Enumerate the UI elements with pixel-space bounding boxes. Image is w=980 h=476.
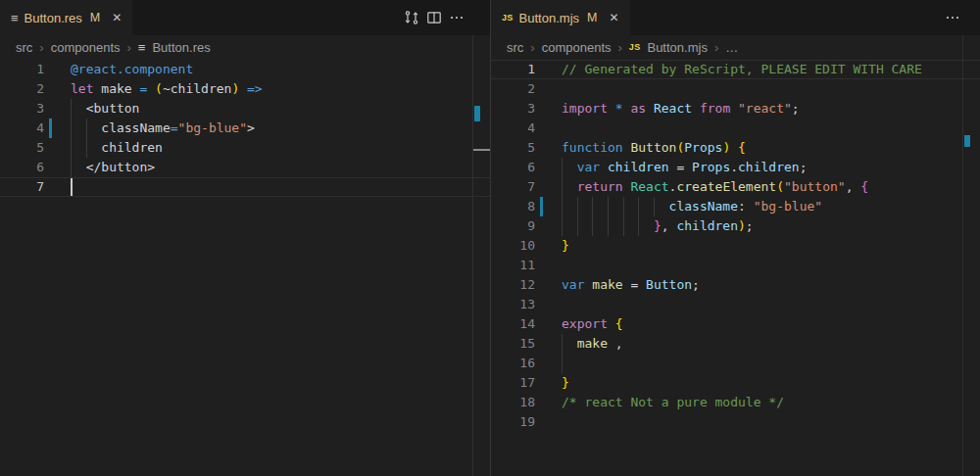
editor-actions (404, 0, 490, 35)
js-file-icon: JS (502, 14, 514, 23)
line-number: 16 (491, 354, 535, 373)
line-number: 17 (491, 373, 535, 393)
indent-guide (623, 216, 624, 236)
code-line[interactable]: 3import * as React from "react"; (491, 99, 980, 119)
indent-guide (623, 197, 624, 216)
code-line[interactable]: 19 (491, 412, 980, 432)
code-line[interactable]: 13 (491, 295, 980, 314)
code-line[interactable]: 5 children (0, 138, 490, 158)
code-line[interactable]: 6 var children = Props.children; (491, 158, 980, 177)
line-number: 5 (0, 138, 44, 158)
indent-guide (562, 354, 563, 373)
line-number: 2 (0, 79, 44, 99)
indent-guide (592, 197, 593, 216)
breadcrumb-item-src[interactable]: src (507, 40, 523, 55)
code-line[interactable]: 5function Button(Props) { (491, 138, 980, 158)
breadcrumb-item-symbol[interactable]: … (725, 40, 738, 55)
line-number: 8 (491, 197, 535, 216)
code-line-content: } (562, 236, 980, 256)
code-line[interactable]: 3 <button (0, 99, 490, 119)
code-line[interactable]: 12var make = Button; (491, 275, 980, 295)
breadcrumb-left: src › components › ≡ Button.res (0, 35, 490, 60)
more-actions-icon[interactable] (449, 10, 465, 25)
line-number: 6 (0, 158, 44, 177)
code-line[interactable]: 10} (491, 236, 980, 256)
code-line[interactable]: 2let make = (~children) => (0, 79, 490, 99)
modified-badge: M (587, 11, 597, 24)
code-line-content (562, 412, 980, 432)
indent-guide (608, 216, 609, 236)
compare-changes-icon[interactable] (404, 10, 419, 25)
ruler-modified-marker (964, 135, 970, 147)
code-token: = (669, 160, 692, 174)
code-line-content: children (71, 138, 490, 158)
code-editor-right[interactable]: 1// Generated by ReScript, PLEASE EDIT W… (491, 60, 980, 476)
breadcrumb-item-file[interactable]: Button.mjs (647, 40, 707, 55)
code-line[interactable]: 1// Generated by ReScript, PLEASE EDIT W… (491, 60, 980, 79)
indent-guide (608, 197, 609, 216)
code-token: } (654, 218, 662, 233)
editor-pane-left: ≡ Button.res M ✕ (0, 0, 490, 476)
code-token: , (846, 179, 861, 194)
more-actions-icon[interactable] (945, 10, 960, 25)
breadcrumb-item-src[interactable]: src (16, 40, 32, 55)
code-line[interactable]: 9 }, children); (491, 216, 980, 236)
code-token: : (738, 199, 754, 214)
code-line[interactable]: 4 className="bg-blue"> (0, 119, 490, 138)
code-line[interactable]: 11 (491, 256, 980, 275)
overview-ruler-right[interactable] (962, 35, 980, 476)
tab-button-mjs[interactable]: JS Button.mjs M ✕ (491, 0, 630, 35)
code-token: as (630, 101, 653, 116)
chevron-right-icon: › (714, 40, 718, 55)
code-token: make (592, 277, 622, 292)
code-line-content (562, 79, 980, 99)
code-line[interactable]: 18/* react Not a pure module */ (491, 393, 980, 412)
code-line-content: <button (71, 99, 490, 119)
line-number: 5 (491, 138, 535, 158)
line-number: 9 (491, 216, 535, 236)
line-number: 4 (0, 119, 44, 138)
code-line[interactable]: 7 return React.createElement("button", { (491, 177, 980, 197)
code-token (562, 160, 577, 174)
indent-guide (71, 158, 72, 177)
code-token: Button (646, 277, 692, 292)
code-line-content: // Generated by ReScript, PLEASE EDIT WI… (562, 60, 980, 79)
overview-ruler-left[interactable] (472, 35, 490, 476)
code-line[interactable]: 16 (491, 354, 980, 373)
code-token: } (562, 375, 569, 390)
close-icon[interactable]: ✕ (112, 12, 122, 24)
line-number: 6 (491, 158, 535, 177)
code-editor-left[interactable]: 1@react.component2let make = (~children)… (0, 60, 490, 476)
close-icon[interactable]: ✕ (609, 12, 618, 24)
code-token: Props (692, 160, 730, 174)
code-line[interactable]: 14export { (491, 314, 980, 334)
code-token: let (71, 81, 93, 96)
code-line[interactable]: 2 (491, 79, 980, 99)
code-line[interactable]: 4 (491, 119, 980, 138)
code-line[interactable]: 8 className: "bg-blue" (491, 197, 980, 216)
code-line-content: import * as React from "react"; (562, 99, 980, 119)
indent-guide (577, 216, 578, 236)
split-editor-icon[interactable] (426, 10, 442, 25)
line-number: 2 (491, 79, 535, 99)
code-token: children (676, 218, 738, 233)
code-token (239, 81, 247, 96)
breadcrumb-item-file[interactable]: Button.res (152, 40, 210, 55)
code-line[interactable]: 6 </button> (0, 158, 490, 177)
code-line[interactable]: 17} (491, 373, 980, 393)
code-token (147, 81, 155, 96)
code-line[interactable]: 15 make , (491, 334, 980, 354)
line-number: 4 (491, 119, 535, 138)
breadcrumb-item-components[interactable]: components (51, 40, 121, 55)
code-line[interactable]: 1@react.component (0, 60, 490, 79)
code-token (730, 140, 738, 155)
code-token: children (71, 140, 163, 155)
code-token: return (577, 179, 631, 194)
breadcrumb-item-components[interactable]: components (542, 40, 612, 55)
code-line-content: var make = Button; (562, 275, 980, 295)
chevron-right-icon: › (530, 40, 534, 55)
code-line[interactable]: 7 (0, 177, 490, 197)
indent-guide (86, 138, 87, 158)
tab-button-res[interactable]: ≡ Button.res M ✕ (0, 0, 132, 35)
line-number: 3 (0, 99, 44, 119)
